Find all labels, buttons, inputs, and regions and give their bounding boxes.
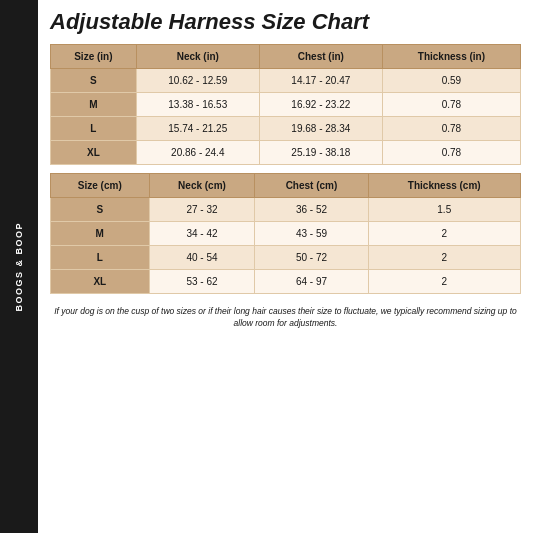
sidebar: BOOGS & BOOP xyxy=(0,0,38,533)
table-cell: M xyxy=(51,93,137,117)
table-cell: XL xyxy=(51,270,150,294)
table-cell: 2 xyxy=(368,246,520,270)
table-cell: 10.62 - 12.59 xyxy=(136,69,259,93)
table-header: Thickness (in) xyxy=(382,45,520,69)
table-row: XL20.86 - 24.425.19 - 38.180.78 xyxy=(51,141,521,165)
table-cell: 2 xyxy=(368,270,520,294)
table-cell: XL xyxy=(51,141,137,165)
table-cell: 14.17 - 20.47 xyxy=(259,69,382,93)
table-cell: 64 - 97 xyxy=(255,270,368,294)
table-cell: L xyxy=(51,246,150,270)
inches-table: Size (in)Neck (in)Chest (in)Thickness (i… xyxy=(50,44,521,165)
table-cell: 36 - 52 xyxy=(255,198,368,222)
table-cell: 43 - 59 xyxy=(255,222,368,246)
table-header: Size (cm) xyxy=(51,174,150,198)
footnote: If your dog is on the cusp of two sizes … xyxy=(50,306,521,330)
table-header: Thickness (cm) xyxy=(368,174,520,198)
chart-title: Adjustable Harness Size Chart xyxy=(50,10,521,34)
table-cell: 53 - 62 xyxy=(149,270,255,294)
cm-table: Size (cm)Neck (cm)Chest (cm)Thickness (c… xyxy=(50,173,521,294)
table-cell: 0.59 xyxy=(382,69,520,93)
table-cell: 0.78 xyxy=(382,141,520,165)
table-row: S27 - 3236 - 521.5 xyxy=(51,198,521,222)
table-cell: 0.78 xyxy=(382,117,520,141)
table-row: M34 - 4243 - 592 xyxy=(51,222,521,246)
table-row: L15.74 - 21.2519.68 - 28.340.78 xyxy=(51,117,521,141)
table-cell: 0.78 xyxy=(382,93,520,117)
table-cell: 16.92 - 23.22 xyxy=(259,93,382,117)
table-cell: S xyxy=(51,69,137,93)
table-row: L40 - 5450 - 722 xyxy=(51,246,521,270)
table-row: M13.38 - 16.5316.92 - 23.220.78 xyxy=(51,93,521,117)
table-cell: 20.86 - 24.4 xyxy=(136,141,259,165)
table-header: Chest (cm) xyxy=(255,174,368,198)
table-row: XL53 - 6264 - 972 xyxy=(51,270,521,294)
table-cell: 34 - 42 xyxy=(149,222,255,246)
main-content: Adjustable Harness Size Chart Size (in)N… xyxy=(38,0,533,533)
table-cell: 13.38 - 16.53 xyxy=(136,93,259,117)
table-header: Chest (in) xyxy=(259,45,382,69)
table-cell: M xyxy=(51,222,150,246)
brand-text: BOOGS & BOOP xyxy=(14,222,24,312)
table-cell: 25.19 - 38.18 xyxy=(259,141,382,165)
table-header: Size (in) xyxy=(51,45,137,69)
table-row: S10.62 - 12.5914.17 - 20.470.59 xyxy=(51,69,521,93)
table-header: Neck (in) xyxy=(136,45,259,69)
table-cell: 2 xyxy=(368,222,520,246)
table-cell: S xyxy=(51,198,150,222)
table-cell: 50 - 72 xyxy=(255,246,368,270)
table-cell: 15.74 - 21.25 xyxy=(136,117,259,141)
inches-table-container: Size (in)Neck (in)Chest (in)Thickness (i… xyxy=(50,44,521,302)
table-header: Neck (cm) xyxy=(149,174,255,198)
table-cell: 27 - 32 xyxy=(149,198,255,222)
table-cell: L xyxy=(51,117,137,141)
table-cell: 1.5 xyxy=(368,198,520,222)
table-cell: 19.68 - 28.34 xyxy=(259,117,382,141)
table-cell: 40 - 54 xyxy=(149,246,255,270)
